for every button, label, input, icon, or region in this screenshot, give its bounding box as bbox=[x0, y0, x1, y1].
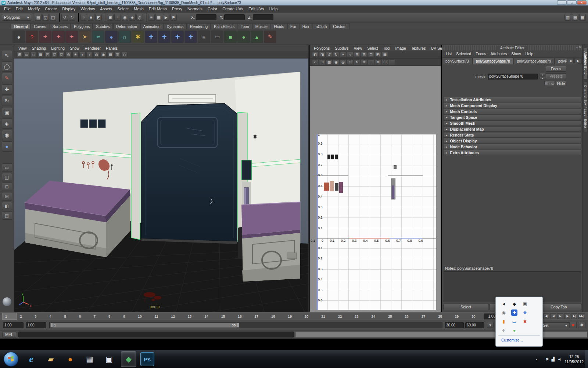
timeline-frame-number[interactable]: 5 bbox=[64, 314, 66, 318]
shelf-tab[interactable]: Hair bbox=[300, 23, 312, 29]
timeline-frame-number[interactable]: 9 bbox=[123, 314, 125, 318]
maximize-button[interactable]: □ bbox=[567, 0, 577, 5]
viewport-menu-item[interactable]: View bbox=[16, 46, 29, 51]
uv-textured-icon[interactable]: ▩ bbox=[326, 59, 332, 65]
shelf-plane-icon[interactable]: ▭ bbox=[211, 31, 223, 43]
playback-range[interactable]: 1 30 bbox=[50, 323, 239, 328]
vp-grid-icon[interactable]: ⊞ bbox=[17, 52, 23, 58]
attribute-editor-tab[interactable]: polySurfaceShape78 bbox=[473, 58, 513, 64]
viewport-canvas[interactable]: persp y x bbox=[14, 59, 308, 312]
shelf-tab[interactable]: Rendering bbox=[187, 23, 211, 29]
shelf-sphere-icon[interactable]: ● bbox=[12, 31, 25, 43]
timeline-frame-number[interactable]: 15 bbox=[221, 314, 225, 318]
uv-texture-swatch[interactable] bbox=[389, 59, 395, 65]
uv-value-icon[interactable]: ⊙ bbox=[347, 59, 353, 65]
soft-mod-tool-icon[interactable]: ◉ bbox=[2, 130, 12, 140]
menubar-item[interactable]: Create UVs bbox=[220, 6, 246, 12]
timeline-frame-number[interactable]: 25 bbox=[388, 314, 392, 318]
uv-shell-dot[interactable] bbox=[394, 165, 397, 169]
taskbar-photoshop-icon[interactable]: Ps bbox=[140, 352, 154, 366]
presets-button[interactable]: Presets bbox=[546, 73, 566, 79]
shelf-tab[interactable]: PaintEffects bbox=[211, 23, 237, 29]
perspective-scene[interactable]: persp y x bbox=[14, 59, 308, 312]
scale-tool-icon[interactable]: ▣ bbox=[2, 107, 12, 117]
shelf-help-icon[interactable]: ? bbox=[26, 31, 38, 43]
timeline-frame-number[interactable]: 10 bbox=[138, 314, 142, 318]
shelf-pose-2-icon[interactable]: ✦ bbox=[52, 31, 65, 43]
timeline-frame-number[interactable]: 16 bbox=[238, 314, 242, 318]
timeline-frame-number[interactable]: 7 bbox=[94, 314, 96, 318]
step-forward-key-button[interactable]: |▶ bbox=[564, 313, 570, 319]
attribute-section-header[interactable]: Node Behavior bbox=[443, 144, 581, 149]
right-bench-mesh[interactable] bbox=[241, 202, 300, 282]
attribute-section-header[interactable]: Displacement Map bbox=[443, 126, 581, 132]
timeline-frame-number[interactable]: 8 bbox=[108, 314, 110, 318]
command-language-toggle[interactable]: MEL bbox=[2, 332, 16, 337]
shelf-tab[interactable]: Toon bbox=[238, 23, 252, 29]
shelf-sphere-green-icon[interactable]: ● bbox=[237, 31, 250, 43]
vp-textured-icon[interactable]: ▩ bbox=[107, 52, 114, 58]
animation-end-field[interactable]: 60.00 bbox=[465, 322, 484, 328]
uv-menu-item[interactable]: Select bbox=[365, 46, 380, 51]
two-pane-stacked-layout-icon[interactable]: ⊟ bbox=[2, 183, 12, 191]
uv-cut-icon[interactable]: ✂ bbox=[340, 52, 346, 58]
attribute-editor-menu-item[interactable]: Show bbox=[509, 51, 523, 56]
attribute-section-header[interactable]: Object Display bbox=[443, 138, 581, 144]
uv-menu-item[interactable]: Polygons bbox=[311, 46, 332, 51]
show-attribute-editor-icon[interactable]: ▤ bbox=[572, 14, 578, 21]
shelf-tab[interactable]: Polygons bbox=[71, 23, 93, 29]
playback-end-field[interactable]: 30.00 bbox=[445, 322, 464, 328]
focus-button[interactable]: Focus bbox=[546, 66, 566, 72]
shelf-tab[interactable]: Fur bbox=[287, 23, 299, 29]
timeline-frame-number[interactable]: 1 bbox=[5, 314, 7, 318]
uv-flip-u-icon[interactable]: ◧ bbox=[312, 52, 318, 58]
range-start-handle[interactable] bbox=[50, 323, 53, 328]
select-component-icon[interactable]: ◩ bbox=[95, 14, 102, 21]
menubar-item[interactable]: Create bbox=[42, 6, 60, 12]
command-response-field[interactable] bbox=[295, 332, 587, 337]
timeline-frame-number[interactable]: 6 bbox=[79, 314, 81, 318]
vp-camera-attributes-icon[interactable]: ⊙ bbox=[65, 52, 72, 58]
taskbar-clock[interactable]: 12:25 11/05/2012 bbox=[564, 354, 584, 364]
taskbar-media-icon[interactable]: ● bbox=[62, 351, 78, 367]
select-object-icon[interactable]: ■ bbox=[88, 14, 94, 21]
timeline-frame-number[interactable]: 26 bbox=[405, 314, 409, 318]
shelf-tab[interactable]: Animation bbox=[140, 23, 164, 29]
shelf-tab[interactable]: Dynamics bbox=[164, 23, 187, 29]
shelf-tab[interactable]: Custom bbox=[330, 23, 349, 29]
shelf-arrow-icon[interactable]: ➤ bbox=[79, 31, 91, 43]
popup-monitor-icon[interactable]: ▭ bbox=[511, 318, 517, 325]
shelf-pose-1-icon[interactable]: ✦ bbox=[39, 31, 51, 43]
uv-rgb-icon[interactable]: ◉ bbox=[333, 59, 339, 65]
tray-volume-icon[interactable]: ◄ bbox=[557, 357, 561, 361]
taskbar-app-gray-icon[interactable]: ▦ bbox=[82, 351, 97, 367]
uv-flip-v-icon[interactable]: ◨ bbox=[319, 52, 325, 58]
new-scene-icon[interactable]: ▤ bbox=[35, 14, 42, 21]
two-pane-layout-icon[interactable]: ◫ bbox=[2, 173, 12, 181]
menubar-item[interactable]: Window bbox=[78, 6, 97, 12]
attribute-section-header[interactable]: Tangent Space bbox=[443, 114, 581, 120]
menubar-item[interactable]: Mesh bbox=[131, 6, 146, 12]
select-button[interactable]: Select bbox=[443, 304, 488, 310]
shelf-sphere-blue-icon[interactable]: ● bbox=[105, 31, 118, 43]
undo-icon[interactable]: ↺ bbox=[61, 14, 68, 21]
uv-menu-item[interactable]: Subdivs bbox=[332, 46, 351, 51]
animation-preferences-icon[interactable]: ✱ bbox=[578, 322, 585, 328]
shelf-snap-4-icon[interactable]: ✚ bbox=[184, 31, 197, 43]
attribute-editor-menu-item[interactable]: Attributes bbox=[488, 51, 509, 56]
range-slider-track[interactable]: 1 30 bbox=[49, 322, 442, 328]
uv-shell-strip[interactable] bbox=[391, 178, 395, 199]
swatch-expand-up-icon[interactable]: ▴ bbox=[539, 73, 545, 76]
uv-isolate-remove-icon[interactable]: − bbox=[368, 59, 374, 65]
close-panel-icon[interactable]: ✕ bbox=[578, 46, 581, 49]
persp-outliner-layout-icon[interactable]: ◧ bbox=[2, 202, 12, 210]
vp-shadows-icon[interactable]: ◑ bbox=[86, 52, 93, 58]
door-plate[interactable] bbox=[158, 117, 217, 148]
timeline-frame-number[interactable]: 20 bbox=[305, 314, 309, 318]
menubar-item[interactable]: Edit UVs bbox=[246, 6, 267, 12]
uv-copy-icon[interactable]: ⊠ bbox=[375, 59, 381, 65]
vp-resolution-gate-icon[interactable]: □ bbox=[31, 52, 37, 58]
attribute-editor-menu-item[interactable]: Selected bbox=[454, 51, 473, 56]
uv-alpha-icon[interactable]: ◎ bbox=[340, 59, 346, 65]
timeline-frame-number[interactable]: 3 bbox=[35, 314, 36, 318]
